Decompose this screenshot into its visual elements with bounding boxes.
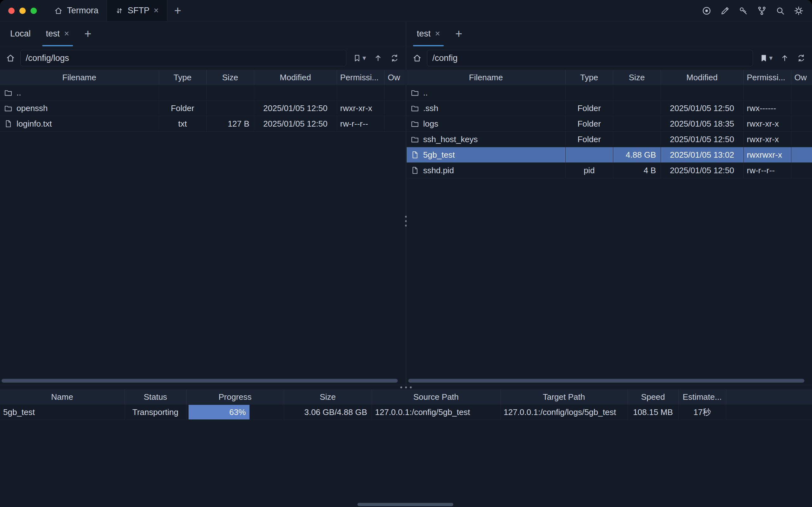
bookmark-filled-icon[interactable]: [759, 54, 768, 62]
titlebar-actions: [702, 0, 804, 21]
parent-directory-icon[interactable]: [780, 54, 789, 62]
scrollbar-thumb[interactable]: [2, 379, 398, 383]
col-size[interactable]: Size: [284, 389, 372, 404]
folder-icon: [411, 119, 419, 128]
file-icon: [4, 119, 13, 128]
file-row-loginfo[interactable]: loginfo.txt txt 127 B 2025/01/05 12:50 r…: [0, 116, 405, 132]
branch-icon[interactable]: [757, 6, 767, 16]
file-row-ssh-host-keys[interactable]: ssh_host_keys Folder 2025/01/05 12:50 rw…: [407, 132, 812, 147]
parent-directory-icon[interactable]: [374, 54, 382, 62]
file-icon: [411, 166, 419, 175]
tab-sftp-label: SFTP: [127, 6, 150, 15]
app-window: Termora SFTP × + Local test: [0, 0, 812, 507]
home-icon[interactable]: [412, 53, 422, 63]
scrollbar-thumb[interactable]: [408, 379, 804, 383]
col-speed[interactable]: Speed: [628, 389, 679, 404]
folder-icon: [4, 104, 13, 113]
file-row-5gb-test-selected[interactable]: 5gb_test 4.88 GB 2025/01/05 13:02 rwxrwx…: [407, 147, 812, 163]
file-row-sshd-pid[interactable]: sshd.pid pid 4 B 2025/01/05 12:50 rw-r--…: [407, 163, 812, 178]
file-row-parent[interactable]: ..: [0, 85, 405, 101]
minimize-window-button[interactable]: [19, 8, 26, 14]
zoom-window-button[interactable]: [31, 8, 37, 14]
file-table-header: Filename Type Size Modified Permissi... …: [0, 70, 405, 85]
col-owner[interactable]: Ow: [384, 70, 405, 85]
col-size[interactable]: Size: [613, 70, 661, 85]
search-icon[interactable]: [775, 6, 785, 16]
file-row-openssh[interactable]: openssh Folder 2025/01/05 12:50 rwxr-xr-…: [0, 101, 405, 116]
left-pane: Local test × + ▾: [0, 21, 405, 385]
transfers-table: Name Status Progress Size Source Path Ta…: [0, 389, 812, 420]
file-table-header: Filename Type Size Modified Permissi... …: [407, 70, 812, 85]
key-icon[interactable]: [738, 6, 749, 16]
close-tab-icon[interactable]: ×: [64, 30, 69, 38]
transfers-splitter[interactable]: [0, 385, 812, 389]
splitter-grip-icon[interactable]: [400, 386, 412, 388]
folder-icon: [411, 135, 419, 144]
col-modified[interactable]: Modified: [254, 70, 337, 85]
horizontal-scrollbar[interactable]: [2, 379, 398, 383]
tab-termora-label: Termora: [67, 6, 98, 15]
bookmark-icon[interactable]: [353, 54, 362, 62]
new-pane-tab-button[interactable]: +: [447, 21, 470, 46]
close-tab-icon[interactable]: ×: [154, 6, 159, 15]
file-row-logs[interactable]: logs Folder 2025/01/05 18:35 rwxr-xr-x: [407, 116, 812, 132]
bottom-scrollbar-thumb[interactable]: [358, 503, 453, 506]
tab-test-right[interactable]: test ×: [409, 21, 447, 46]
transfer-row-5gb-test[interactable]: 5gb_test Transporting 63% 3.06 GB/4.88 G…: [0, 404, 812, 420]
left-pane-tabs: Local test × +: [0, 21, 405, 46]
col-permissions[interactable]: Permissi...: [337, 70, 384, 85]
refresh-icon[interactable]: [390, 54, 399, 62]
settings-gear-icon[interactable]: [794, 6, 804, 16]
col-owner[interactable]: Ow: [791, 70, 812, 85]
right-file-table: Filename Type Size Modified Permissi... …: [407, 70, 812, 178]
home-icon[interactable]: [6, 53, 15, 63]
col-type[interactable]: Type: [159, 70, 206, 85]
close-window-button[interactable]: [8, 8, 15, 14]
bookmark-group: ▾: [353, 54, 366, 62]
tab-local[interactable]: Local: [3, 21, 39, 46]
new-window-tab-button[interactable]: +: [167, 0, 188, 21]
file-icon: [411, 150, 419, 159]
progress-bar-fill: 63%: [188, 405, 250, 419]
path-input-right[interactable]: [427, 50, 753, 66]
right-pane: test × + ▾ F: [407, 21, 812, 385]
sftp-panes: Local test × + ▾: [0, 21, 812, 385]
col-size[interactable]: Size: [206, 70, 254, 85]
close-tab-icon[interactable]: ×: [435, 30, 440, 38]
col-name[interactable]: Name: [0, 389, 124, 404]
transfer-arrows-icon: [115, 7, 123, 15]
tab-sftp[interactable]: SFTP ×: [107, 0, 167, 21]
file-row-parent[interactable]: ..: [407, 85, 812, 101]
path-input-left[interactable]: [20, 50, 346, 66]
bookmark-group: ▾: [759, 54, 773, 62]
col-status[interactable]: Status: [124, 389, 186, 404]
left-file-table: Filename Type Size Modified Permissi... …: [0, 70, 405, 132]
edit-icon[interactable]: [720, 6, 730, 16]
tab-test-left[interactable]: test ×: [39, 21, 77, 46]
col-source-path[interactable]: Source Path: [372, 389, 500, 404]
progress-label: 63%: [229, 407, 246, 417]
chevron-down-icon[interactable]: ▾: [769, 54, 773, 62]
refresh-icon[interactable]: [797, 54, 806, 62]
horizontal-scrollbar[interactable]: [408, 379, 804, 383]
folder-icon: [4, 88, 13, 97]
col-type[interactable]: Type: [565, 70, 613, 85]
file-row-ssh[interactable]: .ssh Folder 2025/01/05 12:50 rwx------: [407, 101, 812, 116]
home-icon: [54, 6, 63, 15]
tab-termora[interactable]: Termora: [46, 0, 107, 21]
right-pathbar: ▾: [407, 46, 812, 70]
col-target-path[interactable]: Target Path: [500, 389, 628, 404]
folder-icon: [411, 104, 419, 113]
col-modified[interactable]: Modified: [661, 70, 744, 85]
transfers-header: Name Status Progress Size Source Path Ta…: [0, 389, 812, 404]
new-pane-tab-button[interactable]: +: [77, 21, 99, 46]
col-progress[interactable]: Progress: [186, 389, 284, 404]
col-filler: [726, 389, 812, 404]
record-icon[interactable]: [702, 6, 712, 16]
col-estimate[interactable]: Estimate...: [679, 389, 726, 404]
progress-bar: 63%: [187, 404, 284, 420]
col-filename[interactable]: Filename: [0, 70, 159, 85]
col-permissions[interactable]: Permissi...: [744, 70, 791, 85]
col-filename[interactable]: Filename: [407, 70, 565, 85]
chevron-down-icon[interactable]: ▾: [363, 54, 366, 62]
